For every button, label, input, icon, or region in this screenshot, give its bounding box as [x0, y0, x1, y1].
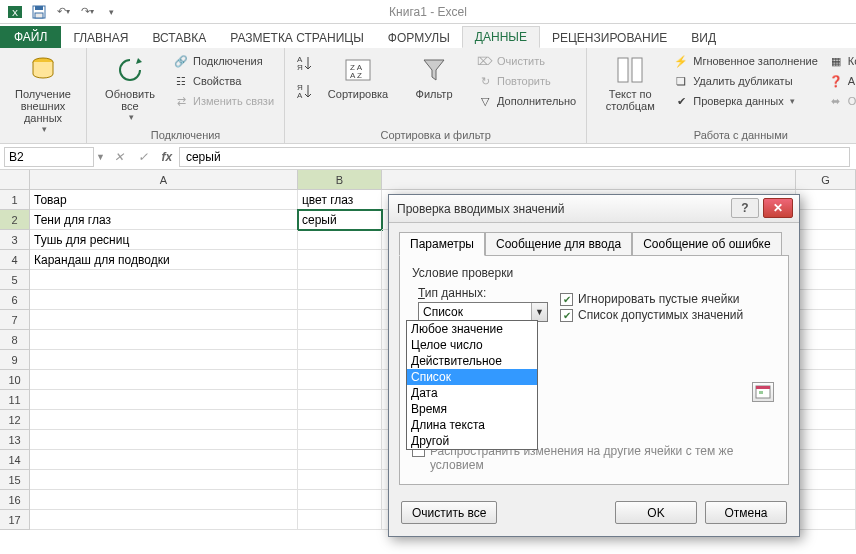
row-header[interactable]: 16 [0, 490, 30, 510]
tab-file[interactable]: ФАЙЛ [0, 26, 61, 48]
row-header[interactable]: 14 [0, 450, 30, 470]
cell[interactable] [298, 270, 382, 290]
cell[interactable] [796, 450, 856, 470]
tab-formulas[interactable]: ФОРМУЛЫ [376, 28, 462, 48]
cell[interactable] [796, 470, 856, 490]
relationships-button[interactable]: ⬌Отнош [826, 92, 856, 110]
cell[interactable] [298, 490, 382, 510]
remove-duplicates-button[interactable]: ❏Удалить дубликаты [671, 72, 820, 90]
cell[interactable]: серый [298, 210, 382, 230]
row-header[interactable]: 9 [0, 350, 30, 370]
row-header[interactable]: 11 [0, 390, 30, 410]
cell[interactable]: Тени для глаз [30, 210, 298, 230]
advanced-filter-button[interactable]: ▽Дополнительно [475, 92, 578, 110]
cell[interactable] [30, 310, 298, 330]
cancel-formula-icon[interactable]: ✕ [109, 147, 129, 167]
properties-button[interactable]: ☷Свойства [171, 72, 276, 90]
list-dropdown-row[interactable]: ✔ Список допустимых значений [560, 308, 743, 322]
sort-asc-button[interactable]: AЯ [293, 52, 317, 74]
col-header-a[interactable]: A [30, 170, 298, 190]
row-header[interactable]: 17 [0, 510, 30, 530]
type-combo-input[interactable] [418, 302, 548, 322]
cell[interactable] [298, 410, 382, 430]
enter-formula-icon[interactable]: ✓ [133, 147, 153, 167]
sort-button[interactable]: Z AA Z Сортировка [323, 52, 393, 102]
range-picker-button[interactable] [752, 382, 774, 402]
cell[interactable] [30, 410, 298, 430]
cell[interactable]: Товар [30, 190, 298, 210]
cell[interactable] [298, 370, 382, 390]
type-option[interactable]: Действительное [407, 353, 537, 369]
dialog-titlebar[interactable]: Проверка вводимых значений ? ✕ [389, 195, 799, 223]
cell[interactable] [796, 390, 856, 410]
refresh-all-button[interactable]: Обновить все [95, 52, 165, 124]
type-combo[interactable]: ▼ [418, 302, 548, 322]
type-option[interactable]: Список [407, 369, 537, 385]
dialog-tab-error-msg[interactable]: Сообщение об ошибке [632, 232, 781, 256]
row-header[interactable]: 3 [0, 230, 30, 250]
text-to-columns-button[interactable]: Текст по столбцам [595, 52, 665, 114]
flash-fill-button[interactable]: ⚡Мгновенное заполнение [671, 52, 820, 70]
tab-review[interactable]: РЕЦЕНЗИРОВАНИЕ [540, 28, 679, 48]
fx-icon[interactable]: fx [157, 147, 177, 167]
cell[interactable] [30, 290, 298, 310]
chevron-down-icon[interactable]: ▼ [531, 303, 547, 321]
cell[interactable] [298, 290, 382, 310]
dialog-tab-params[interactable]: Параметры [399, 232, 485, 256]
excel-icon[interactable]: X [4, 2, 26, 22]
row-header[interactable]: 4 [0, 250, 30, 270]
cell[interactable] [796, 410, 856, 430]
formula-bar[interactable] [179, 147, 850, 167]
row-header[interactable]: 15 [0, 470, 30, 490]
tab-data[interactable]: ДАННЫЕ [462, 26, 540, 48]
cell[interactable] [796, 370, 856, 390]
edit-links-button[interactable]: ⇄Изменить связи [171, 92, 276, 110]
cell[interactable] [298, 330, 382, 350]
qat-customize-icon[interactable]: ▾ [100, 2, 122, 22]
select-all-corner[interactable] [0, 170, 30, 190]
cell[interactable] [30, 490, 298, 510]
save-icon[interactable] [28, 2, 50, 22]
cell[interactable] [796, 250, 856, 270]
cell[interactable] [298, 230, 382, 250]
cell[interactable] [796, 190, 856, 210]
cell[interactable] [30, 430, 298, 450]
cell[interactable] [298, 390, 382, 410]
sort-desc-button[interactable]: ЯA [293, 80, 317, 102]
get-external-data-button[interactable]: Получение внешних данных [8, 52, 78, 136]
filter-button[interactable]: Фильтр [399, 52, 469, 102]
cell[interactable] [30, 390, 298, 410]
cell[interactable] [796, 230, 856, 250]
row-header[interactable]: 8 [0, 330, 30, 350]
cell[interactable] [796, 330, 856, 350]
row-header[interactable]: 5 [0, 270, 30, 290]
cell[interactable] [30, 470, 298, 490]
clear-filter-button[interactable]: ⌦Очистить [475, 52, 578, 70]
dialog-tab-input-msg[interactable]: Сообщение для ввода [485, 232, 632, 256]
cell[interactable] [796, 270, 856, 290]
cell[interactable] [298, 470, 382, 490]
col-header-g[interactable]: G [796, 170, 856, 190]
dialog-help-button[interactable]: ? [731, 198, 759, 218]
cell[interactable] [796, 290, 856, 310]
cell[interactable] [30, 450, 298, 470]
row-header[interactable]: 1 [0, 190, 30, 210]
reapply-button[interactable]: ↻Повторить [475, 72, 578, 90]
cell[interactable] [30, 270, 298, 290]
cell[interactable] [796, 310, 856, 330]
type-option[interactable]: Другой [407, 433, 537, 449]
cell[interactable] [298, 350, 382, 370]
cell[interactable]: цвет глаз [298, 190, 382, 210]
cancel-button[interactable]: Отмена [705, 501, 787, 524]
tab-layout[interactable]: РАЗМЕТКА СТРАНИЦЫ [218, 28, 376, 48]
cell[interactable] [796, 210, 856, 230]
dialog-close-button[interactable]: ✕ [763, 198, 793, 218]
cell[interactable] [30, 370, 298, 390]
clear-all-button[interactable]: Очистить все [401, 501, 497, 524]
row-header[interactable]: 7 [0, 310, 30, 330]
tab-insert[interactable]: ВСТАВКА [140, 28, 218, 48]
redo-icon[interactable]: ↷▾ [76, 2, 98, 22]
cell[interactable] [796, 510, 856, 530]
col-header-gap[interactable] [382, 170, 796, 190]
row-header[interactable]: 2 [0, 210, 30, 230]
